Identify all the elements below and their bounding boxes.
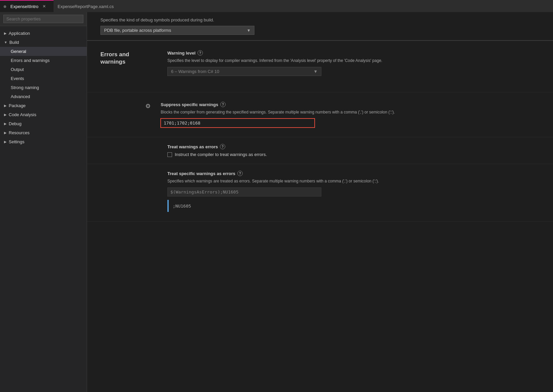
treat-errors-help-icon[interactable]: ? [220,144,225,149]
search-bar [0,12,87,26]
main-layout: Application Build General Errors and war… [0,12,553,392]
chevron-right-icon [4,131,7,135]
sidebar-item-general[interactable]: General [0,47,87,56]
top-hint-text: Specifies the kind of debug symbols prod… [100,17,540,22]
title-bar: ⊕ ExpenseItIntro ✕ ExpenseReportPage.xam… [0,0,553,12]
sidebar: Application Build General Errors and war… [0,12,87,392]
suppress-title: Suppress specific warnings ? [161,102,540,107]
sidebar-nav: Application Build General Errors and war… [0,26,87,392]
tab-active[interactable]: ⊕ ExpenseItIntro ✕ [0,0,54,12]
content-area: Specifies the kind of debug symbols prod… [87,12,553,392]
suppress-warnings-section: ⚙ Suppress specific warnings ? Blocks th… [87,92,553,137]
warning-level-group: Warning level ? Specifies the level to d… [167,50,540,76]
chevron-right-icon [4,31,7,35]
treat-specific-desc: Specifies which warnings are treated as … [167,178,540,184]
treat-errors-checkbox-row: Instruct the compiler to treat warnings … [167,152,540,157]
errors-warnings-section: Errors and warnings Warning level ? Spec… [87,41,553,92]
section-label-errors: Errors and warnings [100,50,154,83]
chevron-right-icon [4,122,7,126]
sidebar-item-label: Application [9,31,30,36]
chevron-right-icon [4,113,7,116]
treat-errors-title: Treat warnings as errors ? [167,144,540,149]
warning-level-value: 6 – Warnings from C# 10 [171,69,219,74]
suppress-input[interactable] [161,119,315,128]
chevron-right-icon [4,140,7,144]
treat-errors-checkbox[interactable] [167,152,172,157]
sidebar-item-application[interactable]: Application [0,29,87,38]
sidebar-item-resources[interactable]: Resources [0,128,87,137]
sidebar-item-label: Settings [9,139,24,144]
suppress-desc: Blocks the compiler from generating the … [161,109,540,115]
warning-level-title: Warning level ? [167,50,540,56]
dropdown-arrow-icon: ▼ [247,28,251,33]
sidebar-item-label: Output [11,67,24,72]
sidebar-item-errors-warnings[interactable]: Errors and warnings [0,56,87,65]
sidebar-item-build[interactable]: Build [0,38,87,47]
pin-icon: ⊕ [2,4,8,9]
sidebar-item-label: Advanced [11,94,30,99]
active-tab-label: ExpenseItIntro [10,4,38,9]
treat-specific-readonly-value: $(WarningsAsErrors);NU1605 [167,187,321,197]
sidebar-item-settings[interactable]: Settings [0,137,87,146]
chevron-right-icon [4,104,7,107]
inactive-tab-label: ExpenseReportPage.xaml.cs [58,4,114,9]
sidebar-item-label: Package [9,103,26,108]
suppress-help-icon[interactable]: ? [220,102,226,107]
sidebar-item-code-analysis[interactable]: Code Analysis [0,110,87,119]
treat-specific-title: Treat specific warnings as errors ? [167,171,540,176]
sidebar-item-label: Code Analysis [9,112,36,117]
treat-specific-label-spacer [100,171,154,212]
gear-icon: ⚙ [145,102,151,128]
treat-errors-label-spacer [100,144,154,157]
warning-bar: ;NU1605 [167,200,540,212]
warning-text: ;NU1605 [169,201,195,211]
top-section: Specifies the kind of debug symbols prod… [87,12,553,41]
sidebar-item-label: Resources [9,130,29,135]
treat-specific-help-icon[interactable]: ? [237,171,243,176]
dropdown-arrow-icon: ▼ [313,69,318,74]
sidebar-item-label: Debug [9,121,21,126]
sidebar-item-advanced[interactable]: Advanced [0,92,87,101]
sidebar-item-label: Build [9,40,19,45]
warning-level-dropdown: 6 – Warnings from C# 10 ▼ [167,67,321,76]
sidebar-item-label: Errors and warnings [11,58,50,63]
treat-specific-content: Treat specific warnings as errors ? Spec… [167,171,540,212]
sidebar-item-debug[interactable]: Debug [0,119,87,128]
sidebar-item-label: General [11,49,26,54]
treat-errors-checkbox-label: Instruct the compiler to treat warnings … [175,152,267,157]
sidebar-item-label: Strong naming [11,85,39,90]
warning-level-help-icon[interactable]: ? [198,50,203,56]
treat-specific-section: Treat specific warnings as errors ? Spec… [87,164,553,222]
suppress-content: Suppress specific warnings ? Blocks the … [161,102,540,128]
close-tab-button[interactable]: ✕ [43,4,46,9]
sidebar-item-label: Events [11,76,24,81]
suppress-icon-container: ⚙ [100,102,154,128]
sidebar-item-package[interactable]: Package [0,101,87,110]
chevron-down-icon [4,41,7,44]
treat-errors-content: Treat warnings as errors ? Instruct the … [167,144,540,157]
top-dropdown-value: PDB file, portable across platforms [104,28,171,33]
section-content-errors: Warning level ? Specifies the level to d… [167,50,540,83]
sidebar-item-events[interactable]: Events [0,74,87,83]
treat-errors-section: Treat warnings as errors ? Instruct the … [87,137,553,164]
warning-level-desc: Specifies the level to display for compi… [167,58,540,64]
sidebar-item-strong-naming[interactable]: Strong naming [0,83,87,92]
search-input[interactable] [3,15,83,23]
top-dropdown[interactable]: PDB file, portable across platforms ▼ [100,26,254,35]
tab-inactive[interactable]: ExpenseReportPage.xaml.cs [54,0,118,12]
sidebar-item-output[interactable]: Output [0,65,87,74]
